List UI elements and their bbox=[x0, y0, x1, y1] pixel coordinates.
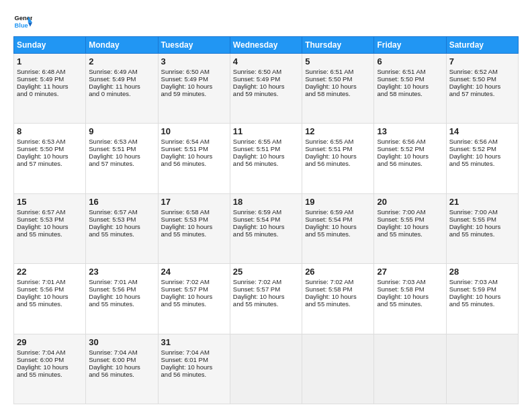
day-number: 12 bbox=[305, 126, 371, 136]
calendar-cell: 29Sunrise: 7:04 AMSunset: 6:00 PMDayligh… bbox=[14, 334, 86, 404]
day-info-line: Sunrise: 7:01 AM bbox=[89, 278, 154, 285]
calendar-cell: 24Sunrise: 7:02 AMSunset: 5:57 PMDayligh… bbox=[158, 264, 230, 334]
day-info-line: Sunrise: 6:52 AM bbox=[449, 68, 515, 75]
day-info-line: Daylight: 10 hours bbox=[17, 363, 83, 371]
day-info-line: Sunset: 5:49 PM bbox=[161, 75, 227, 83]
calendar-cell: 17Sunrise: 6:58 AMSunset: 5:53 PMDayligh… bbox=[158, 193, 230, 263]
day-info-line: Sunset: 5:49 PM bbox=[233, 75, 299, 83]
calendar-cell: 11Sunrise: 6:55 AMSunset: 5:51 PMDayligh… bbox=[230, 124, 302, 193]
day-info-line: Sunrise: 6:58 AM bbox=[161, 208, 227, 216]
day-number: 23 bbox=[89, 267, 154, 277]
day-info-line: and 55 minutes. bbox=[161, 230, 227, 238]
day-info-line: and 56 minutes. bbox=[305, 160, 371, 167]
day-info-line: Daylight: 10 hours bbox=[449, 223, 515, 230]
day-info-line: Daylight: 10 hours bbox=[377, 223, 443, 230]
day-info-line: Sunrise: 6:55 AM bbox=[305, 138, 371, 145]
day-number: 25 bbox=[233, 267, 299, 277]
day-info-line: Daylight: 10 hours bbox=[161, 363, 227, 371]
day-info-line: and 55 minutes. bbox=[305, 300, 371, 308]
day-info-line: Sunrise: 6:59 AM bbox=[305, 208, 371, 216]
day-number: 3 bbox=[161, 56, 227, 66]
day-info-line: Sunrise: 7:02 AM bbox=[161, 278, 227, 285]
day-info-line: Sunset: 5:49 PM bbox=[17, 75, 83, 83]
day-info-line: Sunrise: 7:04 AM bbox=[161, 349, 227, 356]
day-info-line: Daylight: 10 hours bbox=[305, 152, 371, 160]
day-info-line: and 58 minutes. bbox=[305, 90, 371, 97]
day-info-line: Sunset: 6:00 PM bbox=[89, 356, 154, 363]
day-info-line: and 59 minutes. bbox=[233, 90, 299, 97]
calendar-cell: 25Sunrise: 7:02 AMSunset: 5:57 PMDayligh… bbox=[230, 264, 302, 334]
day-info-line: Sunset: 5:55 PM bbox=[377, 216, 443, 223]
calendar-cell: 9Sunrise: 6:53 AMSunset: 5:51 PMDaylight… bbox=[86, 124, 158, 193]
calendar-cell: 7Sunrise: 6:52 AMSunset: 5:50 PMDaylight… bbox=[446, 54, 518, 124]
day-info-line: and 56 minutes. bbox=[233, 160, 299, 167]
calendar-cell: 26Sunrise: 7:02 AMSunset: 5:58 PMDayligh… bbox=[302, 264, 374, 334]
day-info-line: and 55 minutes. bbox=[377, 230, 443, 238]
calendar-cell: 4Sunrise: 6:50 AMSunset: 5:49 PMDaylight… bbox=[230, 54, 302, 124]
day-number: 19 bbox=[305, 197, 371, 207]
day-info-line: and 55 minutes. bbox=[449, 230, 515, 238]
day-info-line: and 55 minutes. bbox=[449, 300, 515, 308]
week-row-3: 15Sunrise: 6:57 AMSunset: 5:53 PMDayligh… bbox=[14, 193, 519, 263]
day-info-line: Sunrise: 7:04 AM bbox=[89, 349, 154, 356]
day-info-line: and 55 minutes. bbox=[377, 300, 443, 308]
day-number: 26 bbox=[305, 267, 371, 277]
calendar-cell: 31Sunrise: 7:04 AMSunset: 6:01 PMDayligh… bbox=[158, 334, 230, 404]
day-info-line: Sunrise: 6:57 AM bbox=[17, 208, 83, 216]
day-header-sunday: Sunday bbox=[14, 37, 86, 54]
day-info-line: Sunset: 5:51 PM bbox=[89, 145, 154, 152]
general-blue-icon: General Blue bbox=[13, 12, 32, 31]
day-info-line: Sunset: 5:51 PM bbox=[161, 145, 227, 152]
day-info-line: Sunrise: 7:00 AM bbox=[377, 208, 443, 216]
day-info-line: and 55 minutes. bbox=[17, 300, 83, 308]
calendar-table: SundayMondayTuesdayWednesdayThursdayFrid… bbox=[13, 36, 519, 404]
calendar-cell: 27Sunrise: 7:03 AMSunset: 5:58 PMDayligh… bbox=[374, 264, 446, 334]
day-info-line: Sunrise: 7:00 AM bbox=[449, 208, 515, 216]
day-info-line: and 57 minutes. bbox=[89, 160, 154, 167]
day-info-line: and 0 minutes. bbox=[89, 90, 154, 97]
day-info-line: Sunset: 5:50 PM bbox=[17, 145, 83, 152]
day-info-line: Sunset: 5:58 PM bbox=[305, 285, 371, 293]
day-info-line: and 56 minutes. bbox=[161, 371, 227, 378]
day-info-line: Sunrise: 6:51 AM bbox=[377, 68, 443, 75]
day-info-line: Sunset: 5:56 PM bbox=[17, 285, 83, 293]
day-info-line: and 0 minutes. bbox=[17, 90, 83, 97]
day-info-line: Sunset: 5:49 PM bbox=[89, 75, 154, 83]
page: General Blue SundayMondayTuesdayWednesda… bbox=[0, 0, 532, 411]
day-info-line: Daylight: 10 hours bbox=[377, 152, 443, 160]
day-number: 28 bbox=[449, 267, 515, 277]
day-number: 4 bbox=[233, 56, 299, 66]
calendar-cell: 12Sunrise: 6:55 AMSunset: 5:51 PMDayligh… bbox=[302, 124, 374, 193]
day-info-line: Daylight: 10 hours bbox=[233, 83, 299, 90]
day-info-line: Sunrise: 6:48 AM bbox=[17, 68, 83, 75]
day-info-line: Sunrise: 6:56 AM bbox=[449, 138, 515, 145]
calendar-cell: 8Sunrise: 6:53 AMSunset: 5:50 PMDaylight… bbox=[14, 124, 86, 193]
day-number: 7 bbox=[449, 56, 515, 66]
day-info-line: Sunrise: 7:01 AM bbox=[17, 278, 83, 285]
day-info-line: Daylight: 10 hours bbox=[17, 293, 83, 300]
day-info-line: and 55 minutes. bbox=[89, 300, 154, 308]
day-info-line: Sunset: 5:53 PM bbox=[89, 216, 154, 223]
week-row-5: 29Sunrise: 7:04 AMSunset: 6:00 PMDayligh… bbox=[14, 334, 519, 404]
day-number: 20 bbox=[377, 197, 443, 207]
day-info-line: Sunset: 5:57 PM bbox=[161, 285, 227, 293]
day-info-line: Daylight: 10 hours bbox=[449, 83, 515, 90]
day-info-line: and 55 minutes. bbox=[161, 300, 227, 308]
day-info-line: Sunset: 5:53 PM bbox=[17, 216, 83, 223]
svg-marker-3 bbox=[28, 23, 32, 27]
day-number: 24 bbox=[161, 267, 227, 277]
day-info-line: Daylight: 10 hours bbox=[161, 83, 227, 90]
day-info-line: Daylight: 10 hours bbox=[305, 83, 371, 90]
day-info-line: Sunrise: 6:59 AM bbox=[233, 208, 299, 216]
day-info-line: Sunset: 5:59 PM bbox=[449, 285, 515, 293]
day-info-line: Sunset: 5:58 PM bbox=[377, 285, 443, 293]
day-info-line: Daylight: 10 hours bbox=[161, 223, 227, 230]
day-number: 1 bbox=[17, 56, 83, 66]
day-info-line: Daylight: 11 hours bbox=[89, 83, 154, 90]
day-info-line: Daylight: 10 hours bbox=[89, 152, 154, 160]
day-info-line: and 55 minutes. bbox=[89, 230, 154, 238]
day-info-line: Sunrise: 7:02 AM bbox=[233, 278, 299, 285]
day-info-line: Sunset: 5:56 PM bbox=[89, 285, 154, 293]
week-row-1: 1Sunrise: 6:48 AMSunset: 5:49 PMDaylight… bbox=[14, 54, 519, 124]
day-number: 8 bbox=[17, 126, 83, 136]
